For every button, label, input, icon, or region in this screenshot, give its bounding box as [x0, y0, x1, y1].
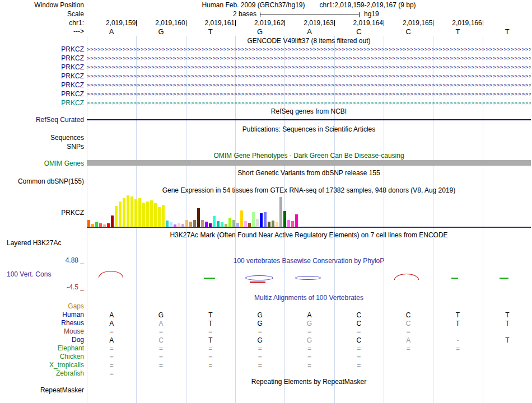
gtex-expression-bar[interactable] — [111, 215, 114, 227]
gtex-expression-bar[interactable] — [197, 208, 200, 227]
gtex-track-label[interactable]: PRKCZ — [0, 209, 84, 217]
dbsnp-track-title[interactable]: Short Genetic Variants from dbSNP releas… — [87, 169, 531, 177]
gtex-expression-bar[interactable] — [107, 223, 110, 227]
alignment-base: = — [350, 362, 368, 369]
dbsnp-track-label[interactable]: Common dbSNP(155) — [0, 177, 84, 185]
gtex-expression-bar[interactable] — [252, 212, 255, 227]
gencode-transcript-row[interactable]: >>>>>>>>>>>>>>>>>>>>>>>>>>>>>>>>>>>>>>>>… — [87, 54, 531, 63]
gtex-expression-bar[interactable] — [221, 222, 223, 227]
gencode-transcript-label[interactable]: PRKCZ — [0, 45, 84, 53]
gtex-expression-bar[interactable] — [248, 223, 251, 227]
gtex-expression-bar[interactable] — [268, 222, 270, 227]
gtex-expression-bar[interactable] — [150, 200, 153, 227]
gtex-expression-bar[interactable] — [95, 222, 98, 227]
omim-gene-bar[interactable] — [87, 160, 531, 166]
species-label-human[interactable]: Human — [0, 311, 84, 318]
refseq-track-title[interactable]: RefSeq genes from NCBI — [87, 107, 531, 115]
gencode-transcript-label[interactable]: PRKCZ — [0, 72, 84, 80]
gtex-expression-bar[interactable] — [279, 197, 282, 227]
omim-track-label[interactable]: OMIM Genes — [0, 160, 84, 167]
gtex-expression-bar[interactable] — [158, 207, 161, 227]
conservation-track-title[interactable]: 100 vertebrates Basewise Conservation by… — [87, 257, 531, 265]
gencode-transcript-row[interactable]: >>>>>>>>>>>>>>>>>>>>>>>>>>>>>>>>>>>>>>>>… — [87, 45, 531, 54]
gtex-expression-bar[interactable] — [99, 223, 102, 227]
repeatmasker-track-title[interactable]: Repeating Elements by RepeatMasker — [87, 378, 531, 386]
gtex-expression-bar[interactable] — [189, 222, 192, 227]
multiz-track-title[interactable]: Multiz Alignments of 100 Vertebrates — [87, 294, 531, 302]
gtex-expression-bar[interactable] — [166, 221, 169, 227]
gtex-expression-bar[interactable] — [240, 210, 243, 227]
gtex-expression-bar[interactable] — [193, 220, 196, 227]
gtex-expression-bar[interactable] — [103, 224, 106, 227]
gtex-expression-bar[interactable] — [162, 205, 165, 227]
gencode-transcript-row[interactable]: >>>>>>>>>>>>>>>>>>>>>>>>>>>>>>>>>>>>>>>>… — [87, 90, 531, 99]
gencode-transcript-label[interactable]: PRKCZ — [0, 81, 84, 89]
gtex-expression-bar[interactable] — [205, 222, 208, 227]
gtex-expression-bar[interactable] — [142, 203, 145, 227]
gtex-expression-bar[interactable] — [91, 224, 94, 227]
gencode-transcript-label[interactable]: PRKCZ — [0, 54, 84, 62]
gtex-expression-bar[interactable] — [154, 203, 157, 227]
sequences-track-label[interactable]: Sequences — [0, 134, 84, 142]
gencode-transcript-label[interactable]: PRKCZ — [0, 99, 84, 107]
gtex-expression-bar[interactable] — [228, 218, 231, 227]
gtex-expression-bar[interactable] — [276, 222, 278, 227]
gtex-expression-bar[interactable] — [244, 221, 247, 227]
publications-track-title[interactable]: Publications: Sequences in Scientific Ar… — [87, 125, 531, 133]
gencode-transcript-row[interactable]: >>>>>>>>>>>>>>>>>>>>>>>>>>>>>>>>>>>>>>>>… — [87, 72, 531, 81]
species-label-x_tropicalis[interactable]: X_tropicalis — [0, 361, 84, 369]
gtex-expression-bar[interactable] — [127, 195, 129, 227]
gencode-track-title[interactable]: GENCODE V49lift37 (8 items filtered out) — [87, 37, 531, 45]
gencode-transcript-label[interactable]: PRKCZ — [0, 63, 84, 71]
conservation-track-label[interactable]: 100 Vert. Cons — [0, 270, 84, 278]
gtex-expression-bar[interactable] — [130, 196, 133, 227]
gtex-expression-bar[interactable] — [146, 202, 149, 227]
omim-track-title[interactable]: OMIM Gene Phenotypes - Dark Green Can Be… — [87, 152, 531, 160]
snps-track-label[interactable]: SNPs — [0, 143, 84, 151]
gencode-transcript-row[interactable]: >>>>>>>>>>>>>>>>>>>>>>>>>>>>>>>>>>>>>>>>… — [87, 81, 531, 90]
gtex-expression-bar[interactable] — [295, 214, 298, 227]
gtex-expression-bar[interactable] — [185, 220, 188, 227]
gtex-expression-bar[interactable] — [283, 211, 286, 227]
gtex-expression-bar[interactable] — [123, 198, 125, 227]
gtex-expression-bar[interactable] — [201, 220, 204, 227]
species-label-elephant[interactable]: Elephant — [0, 344, 84, 352]
species-label-gaps[interactable]: Gaps — [0, 302, 84, 310]
species-label-mouse[interactable]: Mouse — [0, 327, 84, 335]
gencode-transcript-row[interactable]: >>>>>>>>>>>>>>>>>>>>>>>>>>>>>>>>>>>>>>>>… — [87, 99, 531, 107]
refseq-track-label[interactable]: RefSeq Curated — [0, 116, 84, 124]
gtex-expression-bar[interactable] — [134, 199, 137, 227]
gtex-expression-bar[interactable] — [138, 198, 141, 227]
gtex-expression-bar[interactable] — [213, 216, 216, 227]
gtex-expression-bar[interactable] — [260, 213, 263, 227]
gtex-expression-bar[interactable] — [232, 220, 235, 227]
h3k27ac-track-title[interactable]: H3K27Ac Mark (Often Found Near Active Re… — [87, 231, 531, 239]
gtex-expression-bar[interactable] — [174, 224, 176, 227]
gtex-expression-bar[interactable] — [119, 202, 122, 227]
gtex-expression-bar[interactable] — [236, 223, 239, 227]
species-label-zebrafish[interactable]: Zebrafish — [0, 369, 84, 377]
gtex-expression-bar[interactable] — [170, 222, 172, 227]
gtex-expression-bar[interactable] — [209, 223, 212, 227]
gtex-expression-bar[interactable] — [225, 224, 227, 227]
gencode-transcript-label[interactable]: PRKCZ — [0, 90, 84, 98]
species-label-rhesus[interactable]: Rhesus — [0, 319, 84, 327]
species-label-dog[interactable]: Dog — [0, 336, 84, 344]
gtex-expression-bar[interactable] — [178, 223, 180, 227]
species-label-chicken[interactable]: Chicken — [0, 353, 84, 360]
gtex-expression-bar[interactable] — [291, 221, 294, 227]
gtex-expression-bar[interactable] — [181, 224, 184, 227]
gtex-expression-bar[interactable] — [217, 221, 220, 227]
refseq-gene-line[interactable] — [87, 119, 531, 120]
repeatmasker-track-label[interactable]: RepeatMasker — [0, 386, 84, 394]
gtex-expression-bar[interactable] — [87, 220, 90, 227]
gtex-expression-bar[interactable] — [272, 221, 274, 227]
gtex-expression-bar[interactable] — [256, 219, 259, 227]
gtex-expression-bar[interactable] — [115, 206, 118, 227]
strand-direction-label: ---> — [0, 27, 84, 35]
gtex-expression-bar[interactable] — [287, 220, 290, 227]
gtex-track-title[interactable]: Gene Expression in 54 tissues from GTEx … — [87, 186, 531, 194]
h3k27ac-track-label[interactable]: Layered H3K27Ac — [0, 239, 84, 247]
gencode-transcript-row[interactable]: >>>>>>>>>>>>>>>>>>>>>>>>>>>>>>>>>>>>>>>>… — [87, 63, 531, 72]
gtex-expression-bar[interactable] — [264, 212, 267, 227]
